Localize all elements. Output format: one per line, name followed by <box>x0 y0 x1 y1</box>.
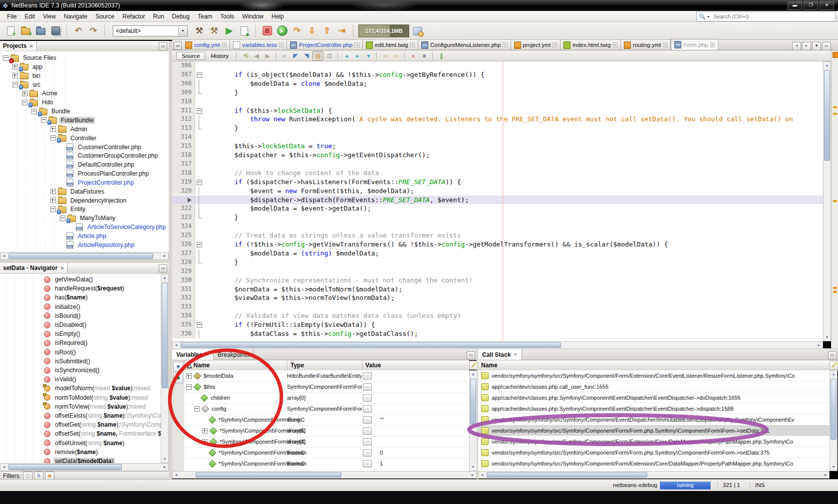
variables-vscrollbar[interactable]: ▲▼ <box>469 370 477 471</box>
tree-item-bundle[interactable]: Bundle <box>0 107 71 116</box>
column-type[interactable]: Type <box>287 360 362 370</box>
close-icon[interactable]: × <box>613 42 617 47</box>
menu-item-file[interactable]: File <box>3 12 20 21</box>
expand-toggle-icon[interactable] <box>186 384 192 390</box>
expand-toggle-icon[interactable] <box>22 100 27 105</box>
expand-toggle-icon[interactable] <box>12 73 18 78</box>
tree-item-customercontroller-php[interactable]: CustomerController.php <box>0 143 143 152</box>
close-icon[interactable]: ✕ <box>60 265 64 271</box>
editor-tab-project-yml[interactable]: project.yml× <box>511 40 561 50</box>
projects-hscrollbar[interactable]: ◄► <box>0 252 169 260</box>
search-input[interactable] <box>712 13 836 20</box>
navigator-item[interactable]: setData($modelData) <box>0 457 115 463</box>
editor-tab-form-php[interactable]: Form.php× <box>671 39 718 50</box>
step-over-icon[interactable]: ↷ <box>290 24 303 37</box>
menu-item-debug[interactable]: Debug <box>168 12 194 21</box>
undo-icon[interactable]: ↶ <box>72 24 85 37</box>
close-icon[interactable]: × <box>553 42 557 47</box>
quick-search[interactable]: 🔍 ▼ <box>696 11 836 21</box>
expand-toggle-icon[interactable] <box>3 55 8 61</box>
navigator-item[interactable]: isBound() <box>0 311 82 320</box>
navigator-item[interactable]: modelToNorm(mixed $value):mixed <box>0 384 152 393</box>
tree-item-controller[interactable]: Controller <box>0 134 98 143</box>
callstack-vscrollbar[interactable]: ▲▼ <box>830 370 838 471</box>
memory-indicator[interactable]: 172,4/314,1MB <box>358 24 409 37</box>
variable-row[interactable]: *Symfony\Component\Form\FormCarray[3]... <box>184 436 469 448</box>
fold-margin[interactable] <box>195 61 203 70</box>
editor-tab-projectcontroller-php[interactable]: ProjectController.php× <box>287 40 363 50</box>
menu-item-run[interactable]: Run <box>149 12 168 21</box>
tree-item-defaultcontroller-php[interactable]: DefaultController.php <box>0 160 136 169</box>
find-next-occurrence-icon[interactable]: ◥ <box>301 51 311 60</box>
callstack-frame[interactable]: vendor/symfony/symfony/src/Symfony/Compo… <box>478 447 830 458</box>
minimize-panel-button[interactable]: ▭ <box>159 264 167 272</box>
fold-margin[interactable] <box>195 97 203 106</box>
tree-item-app[interactable]: app <box>0 62 44 71</box>
expand-value-button[interactable]: ... <box>363 372 372 380</box>
navigator-item[interactable]: isRoot() <box>0 348 77 357</box>
menu-item-source[interactable]: Source <box>91 12 118 21</box>
menu-item-refactor[interactable]: Refactor <box>118 12 149 21</box>
tab-call-stack[interactable]: Call Stack✕ <box>478 349 522 360</box>
callstack-frame[interactable]: vendor/symfony/symfony/src/Symfony/Compo… <box>478 436 830 447</box>
clean-build-project-icon[interactable]: ⚒ <box>208 24 221 37</box>
redo-icon[interactable]: ↷ <box>87 24 100 37</box>
expand-value-button[interactable]: ... <box>363 394 372 402</box>
navigator-vscrollbar[interactable]: ▲▼ <box>161 274 169 463</box>
toggle-highlight-icon[interactable]: ▤ <box>312 51 323 61</box>
callstack-frame[interactable]: vendor/symfony/symfony/src/Symfony/Compo… <box>478 370 830 381</box>
fold-toggle-icon[interactable] <box>197 108 202 114</box>
tree-item-entity[interactable]: Entity <box>0 205 87 214</box>
fold-margin[interactable] <box>195 285 203 294</box>
run-project-icon[interactable]: ▶ <box>223 24 236 37</box>
expand-value-button[interactable]: ... <box>363 405 372 413</box>
menu-item-view[interactable]: View <box>39 12 60 21</box>
navigator-item[interactable]: offsetSet(string $name, FormInterface $c… <box>0 429 161 438</box>
fold-toggle-icon[interactable] <box>197 242 202 248</box>
tree-item-articlerepository-php[interactable]: ArticleRepository.php <box>0 241 136 250</box>
fold-margin[interactable] <box>195 240 203 249</box>
fold-margin[interactable] <box>195 231 203 240</box>
variable-row[interactable]: $thisSymfony\Component\Form\Form... <box>184 381 469 393</box>
forward-icon[interactable]: ▶ <box>263 51 273 60</box>
fold-margin[interactable] <box>195 106 203 115</box>
expand-toggle-icon[interactable] <box>50 189 56 194</box>
tree-item-futarbundle[interactable]: FutarBundle <box>0 116 95 125</box>
callstack-frame[interactable]: vendor/symfony/symfony/src/Symfony/Compo… <box>478 458 830 469</box>
code-editor[interactable]: 306307 if (is_object($modelData) && !$th… <box>172 61 823 341</box>
menu-item-tools[interactable]: Tools <box>216 12 238 21</box>
expand-value-button[interactable]: ... <box>363 383 372 391</box>
navigator-item[interactable]: isSubmitted() <box>0 357 92 366</box>
expand-toggle-icon[interactable] <box>22 91 27 96</box>
tab-variables[interactable]: Variables✕ <box>172 349 214 360</box>
tree-item-bin[interactable]: bin <box>0 71 42 80</box>
build-project-icon[interactable]: ⚒ <box>193 24 206 37</box>
expand-toggle-icon[interactable] <box>50 135 56 141</box>
navigator-item[interactable]: isValid() <box>0 375 77 384</box>
expand-value-button[interactable]: ... <box>363 460 372 468</box>
variable-row[interactable]: *Symfony\Component\Form\FormCarray[5]... <box>184 425 469 437</box>
fold-margin[interactable] <box>195 142 203 151</box>
open-project-icon[interactable] <box>34 24 47 37</box>
new-project-icon[interactable] <box>19 24 32 37</box>
callstack-frame[interactable]: app/cache/dev/classes.php.Symfony\Compon… <box>478 392 830 403</box>
fold-toggle-icon[interactable] <box>197 180 202 185</box>
variable-row[interactable]: $modelDataHdo\Bundle\FutarBundle\Entity\… <box>184 370 469 382</box>
comment-icon[interactable]: ∥ <box>436 51 446 60</box>
fold-margin[interactable] <box>195 293 203 302</box>
next-bookmark-icon[interactable]: ▸ <box>352 51 362 60</box>
fold-margin[interactable] <box>195 222 203 231</box>
maximize-editor-icon[interactable]: ▭ <box>822 42 831 50</box>
variable-row[interactable]: configSymfony\Component\Form\FormB...... <box>184 403 469 415</box>
fold-margin[interactable] <box>195 258 203 267</box>
close-button[interactable]: ✕ <box>820 1 834 10</box>
menu-item-help[interactable]: Help <box>268 12 288 21</box>
find-selection-icon[interactable]: ⌕ <box>279 51 289 60</box>
fold-toggle-icon[interactable] <box>197 322 202 328</box>
tree-item-article-php[interactable]: Article.php <box>0 232 108 241</box>
editor-tab-configuremenulistener-php[interactable]: ConfigureMenuListener.php× <box>418 40 511 50</box>
find-previous-occurrence-icon[interactable]: ◤ <box>290 51 300 60</box>
expand-value-button[interactable]: ... <box>363 416 372 424</box>
editor-tab-config-yml[interactable]: config.yml× <box>182 40 230 50</box>
navigator-item[interactable]: isEmpty() <box>0 329 82 338</box>
